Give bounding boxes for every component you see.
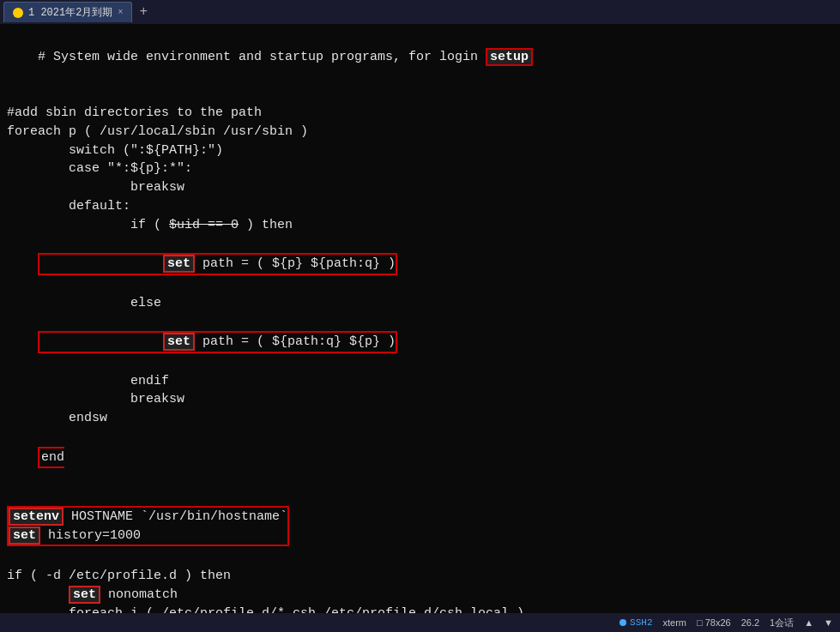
- code-line-13: endif: [7, 372, 833, 391]
- tab-icon: [13, 8, 23, 18]
- dimensions-label: □ 78x26: [697, 617, 731, 628]
- code-line-7: breaksw: [7, 178, 833, 197]
- code-line-23: foreach i ( /etc/profile.d/*.csh /etc/pr…: [7, 605, 833, 614]
- setenv-keyword: setenv: [9, 508, 63, 526]
- terminal-tab[interactable]: 1 2021年2月到期 ×: [3, 2, 132, 22]
- up-icon[interactable]: ▲: [804, 617, 813, 628]
- zoom-label: 26.2: [741, 617, 759, 628]
- code-line-4: foreach p ( /usr/local/sbin /usr/sbin ): [7, 123, 833, 141]
- code-line-14: breaksw: [7, 390, 833, 409]
- left-border-section: setenv HOSTNAME `/usr/bin/hostname` set …: [7, 506, 289, 547]
- code-line-blank-1: [7, 85, 833, 104]
- set-keyword-10: set: [163, 255, 195, 273]
- xterm-label: xterm: [662, 617, 686, 628]
- code-line-blank-2: [7, 487, 833, 506]
- ssh-indicator: [619, 619, 626, 626]
- code-line-blank-3: [7, 548, 833, 567]
- title-bar: 1 2021年2月到期 × +: [0, 0, 840, 24]
- set-keyword-22: set: [69, 586, 100, 604]
- sessions-label: 1会话: [770, 617, 794, 629]
- code-line-8: default:: [7, 197, 833, 216]
- code-line-5: switch (":${PATH}:"): [7, 141, 833, 160]
- code-line-11: else: [7, 294, 833, 313]
- code-line-12: set path = ( ${path:q} ${p} ): [7, 312, 833, 371]
- code-line-15: endsw: [7, 409, 833, 428]
- code-line-6: case "*:${p}:*":: [7, 160, 833, 178]
- status-bar: SSH2 xterm □ 78x26 26.2 1会话 ▲ ▼: [0, 613, 840, 632]
- code-line-9: if ( $uid == 0 ) then: [7, 216, 833, 235]
- line-text: # System wide environment and startup pr…: [38, 48, 533, 66]
- tab-close-button[interactable]: ×: [118, 8, 123, 17]
- ssh-label: SSH2: [630, 617, 652, 628]
- code-line-10: set path = ( ${p} ${path:q} ): [7, 234, 833, 293]
- tab-label: 1 2021年2月到期: [28, 5, 112, 20]
- ssh-status: SSH2: [619, 617, 652, 628]
- strike-text: $uid == 0: [169, 218, 239, 232]
- terminal-area[interactable]: # System wide environment and startup pr…: [0, 24, 840, 613]
- code-line-16: end: [7, 428, 833, 487]
- set-keyword-12: set: [163, 333, 195, 351]
- code-line-19: set history=1000: [9, 527, 287, 545]
- code-line-22: set nonomatch: [7, 586, 833, 605]
- down-icon[interactable]: ▼: [824, 617, 833, 628]
- code-line-18: setenv HOSTNAME `/usr/bin/hostname`: [9, 508, 287, 527]
- new-tab-button[interactable]: +: [136, 4, 151, 20]
- code-line-21: if ( -d /etc/profile.d ) then: [7, 567, 833, 586]
- code-line-1: # System wide environment and startup pr…: [7, 29, 833, 85]
- code-line-3: #add sbin directories to the path: [7, 104, 833, 123]
- set-keyword-19: set: [9, 527, 40, 545]
